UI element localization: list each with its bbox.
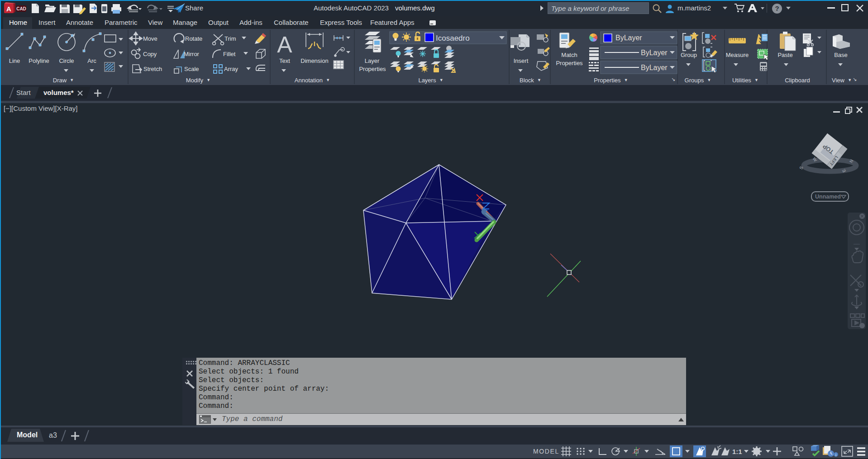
svg-text:1:1: 1:1 [732, 448, 742, 455]
svg-text:CAD: CAD [16, 6, 26, 11]
svg-text:A: A [6, 5, 11, 13]
svg-text:i: i [835, 453, 836, 457]
svg-text:?: ? [775, 5, 779, 12]
svg-text:Unnamed: Unnamed [815, 194, 841, 200]
